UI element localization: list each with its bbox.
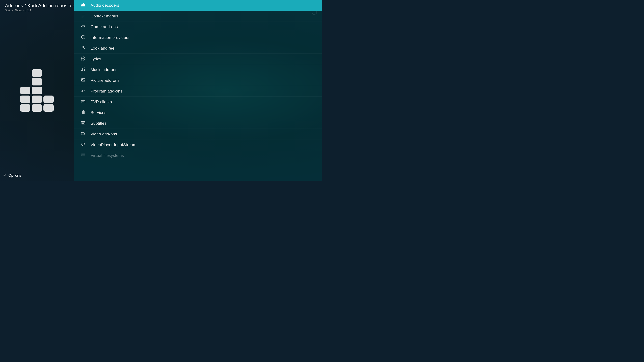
menu-item-game-add-ons[interactable]: Game add-ons [74, 21, 322, 32]
menu-label-look-and-feel: Look and feel [90, 46, 116, 51]
svg-rect-4 [82, 14, 85, 14]
menu-item-pvr-clients[interactable]: PVR clients [74, 96, 322, 107]
menu-label-pvr-clients: PVR clients [90, 99, 112, 104]
menu-label-picture-add-ons: Picture add-ons [90, 78, 120, 83]
logo-block [32, 78, 42, 85]
svg-rect-23 [83, 123, 84, 123]
svg-rect-9 [83, 36, 83, 38]
svg-rect-24 [82, 122, 85, 123]
videoplayer-inputstream-icon [80, 142, 86, 148]
svg-point-12 [84, 48, 85, 49]
menu-label-audio-decoders: Audio decoders [90, 3, 119, 8]
svg-rect-28 [82, 132, 82, 135]
svg-rect-6 [82, 16, 84, 16]
look-and-feel-icon [80, 45, 86, 51]
menu-item-program-add-ons[interactable]: Program add-ons [74, 86, 322, 96]
logo-block [20, 95, 30, 103]
svg-point-15 [82, 70, 83, 71]
svg-rect-0 [81, 4, 82, 6]
svg-rect-1 [82, 4, 83, 6]
logo-block [44, 69, 54, 77]
virtual-filesystems-icon [80, 153, 86, 158]
menu-label-video-add-ons: Video add-ons [90, 132, 117, 136]
logo-block [20, 104, 30, 112]
options-bar[interactable]: ✳ Options [3, 173, 21, 178]
svg-rect-14 [82, 59, 83, 59]
logo-block [44, 95, 54, 103]
menu-label-lyrics: Lyrics [90, 57, 101, 61]
menu-label-videoplayer-inputstream: VideoPlayer InputStream [90, 142, 136, 147]
menu-item-audio-decoders[interactable]: Audio decoders [74, 0, 322, 11]
menu-label-information-providers: Information providers [90, 35, 130, 40]
logo-block [20, 69, 30, 77]
logo-block [20, 87, 30, 94]
menu-item-picture-add-ons[interactable]: Picture add-ons [74, 75, 322, 86]
logo-block [44, 104, 54, 112]
menu-item-lyrics[interactable]: Lyrics [74, 54, 322, 64]
pvr-clients-icon [80, 99, 86, 105]
svg-rect-7 [82, 17, 83, 17]
menu-label-subtitles: Subtitles [90, 121, 106, 126]
logo-block [32, 104, 42, 112]
program-add-ons-icon [80, 88, 86, 94]
music-add-ons-icon [80, 67, 86, 72]
subtitles-icon [80, 120, 86, 126]
logo-block [20, 78, 30, 85]
left-panel [0, 0, 74, 181]
services-icon [80, 110, 86, 115]
svg-rect-22 [82, 123, 83, 123]
logo-block [32, 69, 42, 77]
lyrics-icon [80, 56, 86, 62]
video-add-ons-icon [80, 131, 86, 137]
menu-panel: Audio decoders Context menus Game add [74, 0, 322, 181]
menu-item-music-add-ons[interactable]: Music add-ons [74, 64, 322, 75]
menu-label-services: Services [90, 110, 106, 115]
options-label: Options [8, 173, 21, 178]
menu-item-information-providers[interactable]: Information providers [74, 32, 322, 43]
svg-rect-26 [81, 132, 84, 132]
logo-block [32, 95, 42, 103]
menu-item-virtual-filesystems[interactable]: Virtual filesystems [74, 150, 322, 161]
audio-decoders-icon [80, 2, 86, 8]
svg-rect-29 [83, 132, 83, 135]
svg-rect-10 [83, 36, 83, 36]
menu-label-music-add-ons: Music add-ons [90, 67, 118, 72]
svg-rect-5 [82, 15, 85, 15]
game-add-ons-icon [80, 24, 86, 30]
menu-item-videoplayer-inputstream[interactable]: VideoPlayer InputStream [74, 139, 322, 150]
menu-label-program-add-ons: Program add-ons [90, 89, 122, 93]
menu-item-context-menus[interactable]: Context menus [74, 11, 322, 21]
menu-label-context-menus: Context menus [90, 14, 118, 18]
svg-point-16 [84, 69, 85, 70]
menu-item-services[interactable]: Services [74, 107, 322, 118]
svg-point-32 [84, 154, 84, 154]
menu-item-subtitles[interactable]: Subtitles [74, 118, 322, 129]
menu-item-look-and-feel[interactable]: Look and feel [74, 43, 322, 54]
svg-rect-2 [83, 3, 84, 6]
svg-point-11 [83, 46, 84, 47]
kodi-logo [20, 69, 54, 112]
app-root: Add-ons / Kodi Add-on repository Sort by… [0, 0, 322, 181]
menu-label-game-add-ons: Game add-ons [90, 24, 118, 29]
context-menus-icon [80, 13, 86, 19]
logo-block [44, 78, 54, 85]
logo-block [32, 87, 42, 94]
svg-rect-17 [82, 78, 85, 81]
svg-point-33 [84, 155, 84, 155]
svg-rect-13 [82, 58, 84, 58]
svg-rect-27 [81, 134, 84, 135]
menu-label-virtual-filesystems: Virtual filesystems [90, 153, 124, 158]
logo-block [44, 87, 54, 94]
options-icon: ✳ [3, 173, 6, 178]
svg-rect-3 [84, 4, 85, 6]
information-providers-icon [80, 35, 86, 40]
svg-rect-20 [82, 101, 84, 102]
picture-add-ons-icon [80, 78, 86, 83]
menu-item-video-add-ons[interactable]: Video add-ons [74, 129, 322, 139]
svg-rect-25 [81, 132, 84, 135]
